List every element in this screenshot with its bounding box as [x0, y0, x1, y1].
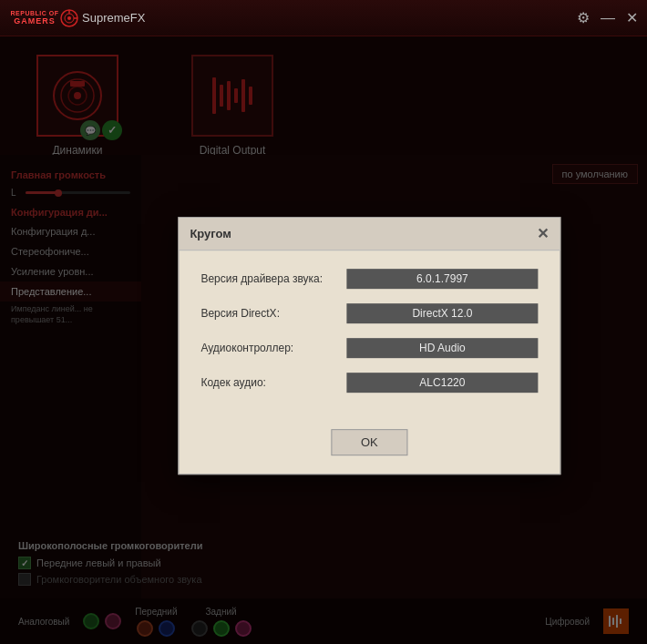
audio-codec-row: Кодек аудио: ALC1220	[200, 373, 538, 393]
minimize-button[interactable]: —	[601, 11, 615, 26]
driver-version-label: Версия драйвера звука:	[200, 272, 346, 285]
settings-button[interactable]: ⚙	[577, 11, 590, 26]
dialog-body: Версия драйвера звука: 6.0.1.7997 Версия…	[179, 250, 560, 422]
rog-logo: REPUBLIC OF GAMERS	[9, 5, 60, 31]
close-window-button[interactable]: ✕	[626, 11, 638, 26]
info-dialog: Кругом ✕ Версия драйвера звука: 6.0.1.79…	[178, 217, 560, 475]
svg-point-2	[67, 16, 71, 20]
driver-version-value: 6.0.1.7997	[346, 269, 538, 289]
audio-controller-value: HD Audio	[346, 338, 538, 358]
main-content: 💬 ✓ Динамики	[0, 36, 647, 644]
rog-logo-bottom: GAMERS	[14, 16, 56, 26]
ok-button[interactable]: OK	[331, 429, 408, 455]
window-controls: ⚙ — ✕	[577, 11, 638, 26]
dialog-title: Кругом	[190, 227, 231, 240]
dialog-footer: OK	[179, 422, 560, 474]
directx-version-value: DirectX 12.0	[346, 303, 538, 323]
driver-version-row: Версия драйвера звука: 6.0.1.7997	[200, 269, 538, 289]
titlebar: REPUBLIC OF GAMERS SupremeFX ⚙ — ✕	[0, 0, 647, 36]
audio-codec-value: ALC1220	[346, 373, 538, 393]
audio-controller-label: Аудиоконтроллер:	[200, 342, 346, 354]
audio-controller-row: Аудиоконтроллер: HD Audio	[200, 338, 538, 358]
rog-logo-top: REPUBLIC OF	[11, 10, 59, 16]
directx-version-label: Версия DirectX:	[200, 307, 346, 320]
dialog-close-button[interactable]: ✕	[537, 225, 549, 242]
directx-version-row: Версия DirectX: DirectX 12.0	[200, 303, 538, 323]
app-title: SupremeFX	[82, 11, 577, 25]
audio-codec-label: Кодек аудио:	[200, 376, 346, 389]
dialog-titlebar: Кругом ✕	[179, 218, 560, 250]
rog-icon	[60, 9, 78, 27]
